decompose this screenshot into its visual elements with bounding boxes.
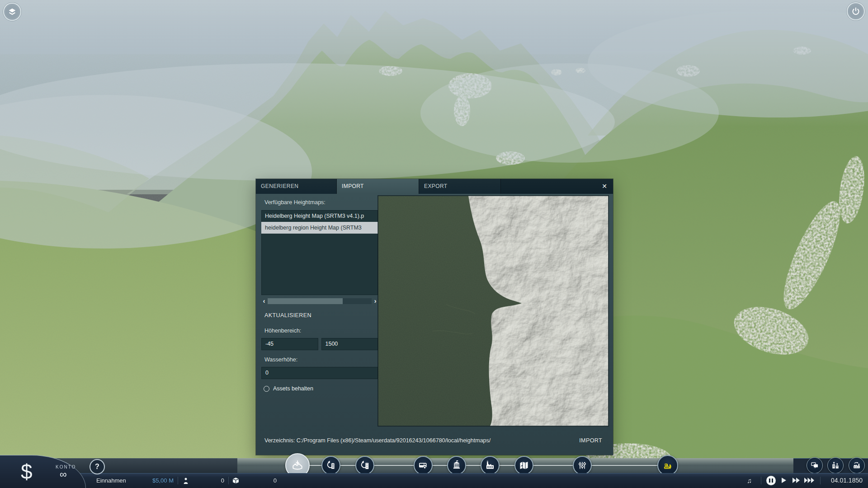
industry-overview-button[interactable]	[849, 457, 865, 474]
directory-path: Verzeichnis: C:/Program Files (x86)/Stea…	[264, 437, 491, 444]
settings-sliders-button[interactable]	[573, 456, 592, 475]
heightmap-dialog: GENERIEREN IMPORT EXPORT ✕ Verfügbare He…	[256, 179, 613, 455]
statusbar-separator	[820, 477, 821, 484]
dialog-body: Verfügbare Heightmaps: Heidelberg Height…	[256, 194, 613, 455]
town-markers-icon	[831, 461, 840, 470]
sliders-icon	[577, 460, 588, 471]
cargo-icon	[232, 477, 239, 484]
factory-icon	[485, 460, 495, 471]
fast-forward-button[interactable]	[793, 478, 800, 483]
townhall-icon	[451, 460, 462, 471]
scrollbar-track[interactable]	[268, 298, 372, 304]
bus-icon	[418, 460, 429, 471]
income-label: Einnahmen	[96, 473, 126, 488]
construction-road-button[interactable]	[355, 456, 374, 475]
statusbar-separator	[228, 477, 229, 484]
height-min-input[interactable]: -45	[261, 338, 318, 350]
tab-filler: ✕	[501, 179, 613, 194]
status-bar	[0, 473, 868, 488]
close-icon[interactable]: ✕	[602, 179, 607, 194]
scroll-left-icon[interactable]: ‹	[261, 298, 267, 304]
currency-symbol: $	[21, 460, 33, 483]
layers-icon	[7, 7, 17, 17]
construction-building-icon	[326, 460, 336, 471]
game-date: 04.01.1850	[827, 473, 863, 488]
help-button[interactable]: ?	[90, 459, 105, 474]
height-max-input[interactable]: 1500	[321, 338, 378, 350]
scrollbar-thumb[interactable]	[268, 298, 343, 304]
layers-menu-button[interactable]	[3, 3, 21, 21]
import-button[interactable]: IMPORT	[579, 437, 602, 444]
cargo-count: 0	[244, 473, 277, 488]
bulldozer-icon	[662, 460, 674, 471]
vehicles-button[interactable]	[414, 456, 433, 475]
heightmap-list: Heidelberg Height Map (SRTM3 v4.1).p hei…	[261, 210, 378, 295]
industry-arrow-icon	[852, 461, 861, 470]
construction-building-button[interactable]	[321, 456, 340, 475]
water-height-input[interactable]: 0	[261, 367, 378, 379]
map-button[interactable]	[514, 456, 533, 475]
passenger-count: 0	[194, 473, 224, 488]
income-value: $5,00 M	[136, 473, 174, 488]
height-range-label: Höhenbereich:	[264, 328, 378, 334]
scroll-right-icon[interactable]: ›	[373, 298, 378, 304]
construction-road-icon	[359, 460, 370, 471]
pause-button[interactable]	[766, 476, 776, 485]
keep-assets-label: Assets behalten	[273, 385, 313, 392]
list-item[interactable]: Heidelberg Height Map (SRTM3 v4.1).p	[261, 210, 378, 222]
power-button[interactable]	[847, 2, 865, 20]
water-height-label: Wasserhöhe:	[264, 357, 378, 363]
messages-button[interactable]	[807, 457, 823, 474]
townhall-button[interactable]	[447, 456, 466, 475]
tab-generieren[interactable]: GENERIEREN	[256, 179, 337, 194]
music-icon[interactable]: ♫	[747, 473, 752, 488]
speech-bubbles-icon	[810, 461, 819, 470]
refresh-button[interactable]: AKTUALISIEREN	[264, 312, 378, 319]
statusbar-separator	[178, 477, 178, 484]
keep-assets-radio[interactable]: Assets behalten	[264, 385, 378, 392]
account-balance: ∞	[60, 469, 67, 480]
horizontal-scrollbar: ‹ ›	[261, 298, 378, 304]
tab-export[interactable]: EXPORT	[419, 179, 501, 194]
town-overview-button[interactable]	[827, 457, 844, 474]
statusbar-separator	[761, 477, 761, 484]
list-item-selected[interactable]: heidelberg region Height Map (SRTM3	[261, 222, 378, 234]
play-button[interactable]	[782, 478, 786, 483]
map-icon	[519, 460, 529, 471]
available-heightmaps-label: Verfügbare Heightmaps:	[264, 199, 378, 206]
heightmap-preview	[378, 196, 609, 426]
power-icon	[851, 6, 861, 16]
industry-button[interactable]	[481, 456, 500, 475]
tab-import[interactable]: IMPORT	[337, 179, 419, 194]
radio-circle-icon	[264, 386, 269, 392]
heightmap-import-icon	[291, 459, 304, 472]
dialog-tabs: GENERIEREN IMPORT EXPORT ✕	[256, 179, 613, 194]
passengers-icon	[183, 478, 189, 484]
fastest-forward-button[interactable]	[804, 478, 814, 483]
